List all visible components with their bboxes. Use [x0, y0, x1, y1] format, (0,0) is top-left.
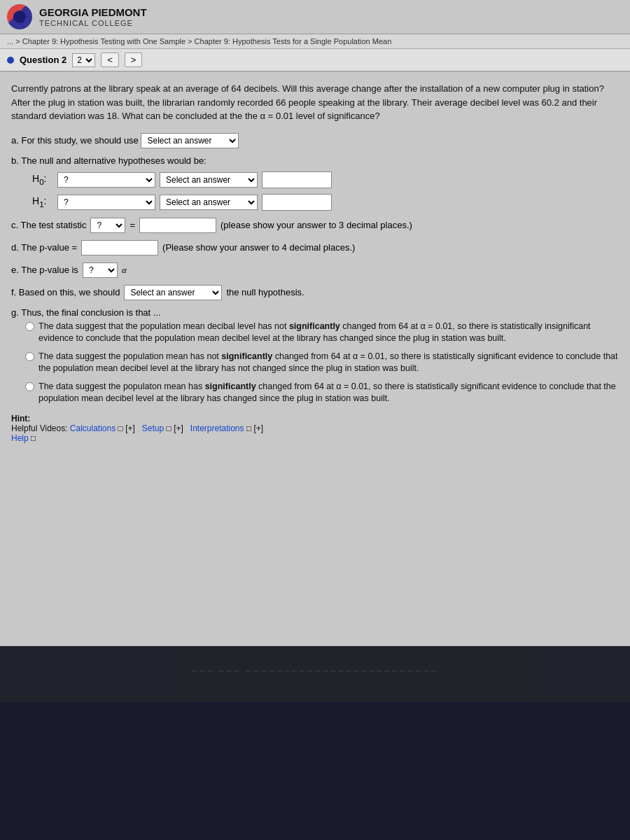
part-e-alpha: α — [122, 265, 127, 276]
part-e-select[interactable]: ? — [83, 262, 118, 278]
part-b-label: b. The null and alternative hypotheses w… — [11, 155, 619, 166]
list-item: The data suggest the population mean has… — [25, 351, 619, 375]
h1-row: H1: ? Select an answer — [32, 194, 619, 211]
h0-answer-select[interactable]: Select an answer — [160, 172, 258, 188]
calculations-link[interactable]: Calculations — [70, 424, 115, 433]
h0-q-select[interactable]: ? — [57, 172, 155, 188]
part-e-label: e. The p-value is — [11, 265, 78, 275]
h0-row: H0: ? Select an answer — [32, 172, 619, 188]
part-d: d. The p-value = (Please show your answe… — [11, 240, 619, 255]
part-d-input[interactable] — [81, 240, 158, 255]
h1-q-select[interactable]: ? — [57, 195, 155, 210]
h0-value-box[interactable] — [262, 172, 332, 188]
question-select[interactable]: 2 — [72, 53, 95, 67]
part-a-select[interactable]: Select an answer — [141, 133, 239, 148]
question-text: Currently patrons at the library speak a… — [11, 82, 619, 123]
part-f-select[interactable]: Select an answer — [124, 285, 222, 300]
help-link[interactable]: Help — [11, 433, 29, 443]
interpretations-link[interactable]: Interpretations — [190, 424, 244, 433]
nav-back-button[interactable]: < — [101, 52, 119, 67]
header: GEORGIA PIEDMONT TECHNICAL COLLEGE — [0, 0, 630, 34]
college-name: GEORGIA PIEDMONT — [39, 6, 147, 19]
radio-option-3-text: The data suggest the populaton mean has … — [38, 381, 619, 405]
question-label: Question 2 — [20, 55, 66, 65]
part-d-label: d. The p-value = — [11, 242, 77, 253]
part-a-label: a. For this study, we should use — [11, 135, 139, 146]
nav-forward-button[interactable]: > — [125, 52, 143, 67]
part-c-note: (please show your answer to 3 decimal pl… — [220, 220, 412, 230]
part-f: f. Based on this, we should Select an an… — [11, 285, 619, 300]
part-e: e. The p-value is ? α — [11, 262, 619, 278]
part-a: a. For this study, we should use Select … — [11, 133, 619, 148]
part-c-input[interactable] — [139, 218, 216, 233]
setup-link[interactable]: Setup — [142, 424, 164, 433]
list-item: The data suggest the populaton mean has … — [25, 381, 619, 405]
dark-background: ▔▔▔ ▔▔▔ ▔▔▔▔▔▔▔▔▔▔▔▔▔▔▔▔▔▔▔▔▔▔▔▔▔ — [0, 646, 630, 840]
radio-option-3[interactable] — [25, 382, 34, 391]
college-info: GEORGIA PIEDMONT TECHNICAL COLLEGE — [39, 6, 147, 27]
h1-value-box[interactable] — [262, 194, 332, 211]
radio-option-1-text: The data suggest that the population mea… — [38, 321, 619, 345]
part-f-suffix: the null hypothesis. — [226, 287, 304, 298]
h1-label: H1: — [32, 195, 53, 209]
part-f-label: f. Based on this, we should — [11, 287, 120, 298]
main-content: Currently patrons at the library speak a… — [0, 72, 630, 646]
college-logo — [7, 4, 32, 29]
hint-section: Hint: Helpful Videos: Calculations □ [+]… — [11, 414, 619, 443]
part-c-label: c. The test statistic — [11, 220, 86, 230]
college-subtitle: TECHNICAL COLLEGE — [39, 19, 147, 27]
radio-option-2[interactable] — [25, 352, 34, 361]
radio-option-1[interactable] — [25, 322, 34, 331]
help-link-row: Help □ — [11, 433, 619, 443]
part-c-q-select[interactable]: ? — [90, 218, 125, 233]
question-dot — [7, 57, 14, 64]
part-c: c. The test statistic ? = (please show y… — [11, 218, 619, 233]
breadcrumb: ... > Chapter 9: Hypothesis Testing with… — [0, 34, 630, 49]
hint-links: Helpful Videos: Calculations □ [+] Setup… — [11, 424, 619, 433]
keyboard-visual: ▔▔▔ ▔▔▔ ▔▔▔▔▔▔▔▔▔▔▔▔▔▔▔▔▔▔▔▔▔▔▔▔▔ — [0, 646, 630, 702]
part-b: b. The null and alternative hypotheses w… — [11, 155, 619, 211]
part-g-label: g. Thus, the final conclusion is that ..… — [11, 307, 619, 318]
hint-label: Hint: — [11, 414, 619, 424]
part-c-equals: = — [130, 220, 135, 230]
part-g: g. Thus, the final conclusion is that ..… — [11, 307, 619, 405]
h1-answer-select[interactable]: Select an answer — [160, 195, 258, 210]
question-bar: Question 2 2 < > — [0, 49, 630, 72]
radio-options: The data suggest that the population mea… — [25, 321, 619, 405]
part-d-note: (Please show your answer to 4 decimal pl… — [162, 242, 355, 253]
h0-label: H0: — [32, 173, 53, 186]
radio-option-2-text: The data suggest the population mean has… — [38, 351, 619, 375]
list-item: The data suggest that the population mea… — [25, 321, 619, 345]
